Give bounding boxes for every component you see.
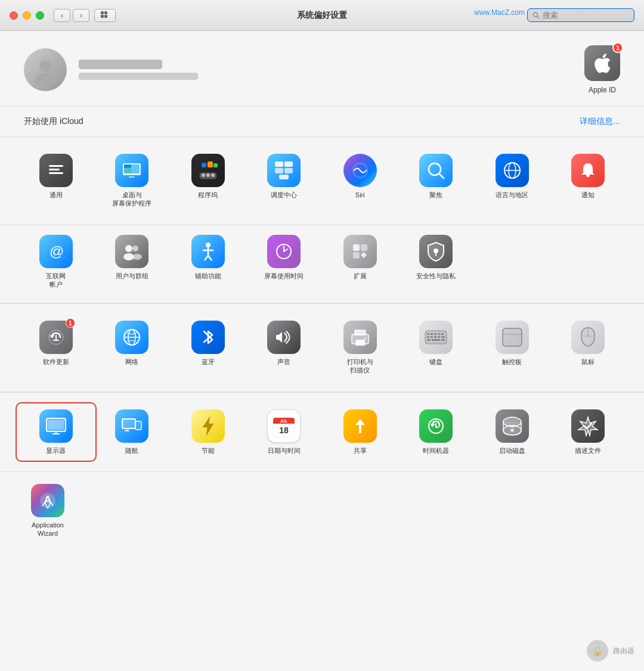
general-icon — [47, 161, 66, 180]
pref-spotlight[interactable]: 聚焦 — [398, 149, 475, 213]
security-icon-img — [419, 235, 453, 268]
dock-icon — [197, 160, 219, 181]
trackpad-label: 触控板 — [502, 358, 522, 366]
pref-desktop[interactable]: 桌面与屏幕保护程序 — [94, 149, 171, 213]
displays-icon — [45, 417, 67, 435]
pref-date-time[interactable]: JUL 18 日期与时间 — [246, 405, 323, 459]
energy-icon-img — [191, 409, 225, 443]
pref-language[interactable]: 语言与地区 — [474, 149, 550, 213]
dock-icon-img — [191, 154, 225, 187]
apple-id-section[interactable]: 1 Apple ID — [584, 45, 620, 94]
pref-users-groups[interactable]: 用户与群组 — [94, 230, 171, 294]
pref-keyboard[interactable]: 键盘 — [398, 316, 475, 380]
svg-rect-58 — [276, 335, 278, 340]
notifications-icon — [578, 161, 597, 180]
pref-energy[interactable]: 节能 — [170, 405, 246, 459]
sound-label: 声音 — [277, 358, 290, 366]
network-icon-img — [115, 321, 148, 354]
pref-displays[interactable]: 显示器 — [18, 405, 94, 459]
back-button[interactable]: ‹ — [54, 9, 70, 22]
profiles-label: 描述文件 — [575, 446, 601, 455]
svg-rect-48 — [361, 244, 367, 251]
svg-rect-72 — [438, 336, 440, 338]
time-machine-icon-img — [419, 409, 453, 443]
pref-trackpad[interactable]: 触控板 — [474, 316, 550, 380]
pref-bluetooth[interactable]: 蓝牙 — [170, 316, 246, 380]
pref-startup-disk[interactable]: 启动磁盘 — [474, 405, 550, 459]
svg-rect-85 — [122, 419, 135, 428]
search-input[interactable] — [543, 11, 629, 20]
svg-line-5 — [537, 16, 539, 18]
svg-point-37 — [132, 246, 138, 251]
svg-rect-27 — [279, 175, 289, 179]
pref-time-machine[interactable]: 时间机器 — [398, 405, 475, 459]
titlebar: ‹ › 系统偏好设置 www.MacZ.com — [0, 0, 644, 31]
svg-rect-67 — [438, 333, 440, 335]
close-button[interactable] — [10, 11, 18, 20]
pref-software-update[interactable]: 1 软件更新 — [18, 316, 94, 380]
svg-point-35 — [125, 245, 132, 252]
fullscreen-button[interactable] — [36, 11, 44, 20]
accessibility-icon-img — [191, 235, 225, 268]
pref-extensions[interactable]: 扩展 — [322, 230, 398, 294]
window-title: 系统偏好设置 — [297, 10, 347, 21]
svg-rect-9 — [49, 169, 60, 170]
svg-point-22 — [211, 173, 215, 177]
pref-printers[interactable]: 打印机与扫描仪 — [322, 316, 398, 380]
pref-notifications[interactable]: 通知 — [550, 149, 627, 213]
icloud-link[interactable]: 详细信息... — [580, 116, 620, 127]
watermark-top: www.MacZ.com — [474, 8, 525, 17]
network-icon — [122, 327, 142, 347]
desktop-icon-img — [115, 154, 148, 187]
users-groups-label: 用户与群组 — [116, 272, 148, 280]
sound-icon — [274, 327, 294, 347]
pref-sharing[interactable]: 共享 — [322, 405, 398, 459]
search-box[interactable] — [527, 8, 634, 22]
svg-line-30 — [439, 173, 444, 178]
grid-view-button[interactable] — [94, 9, 116, 22]
pref-sidecar[interactable]: 随航 — [94, 405, 171, 459]
svg-rect-49 — [353, 252, 360, 259]
pref-screen-time[interactable]: 屏幕使用时间 — [246, 230, 323, 294]
pref-internet-accounts[interactable]: @ 互联网帐户 — [18, 230, 94, 294]
app-wizard-item[interactable]: A ApplicationWizard — [24, 484, 72, 538]
pref-security[interactable]: 安全性与隐私 — [398, 230, 475, 294]
traffic-lights — [10, 11, 44, 20]
svg-rect-74 — [427, 339, 431, 341]
date-time-icon-img: JUL 18 — [267, 409, 301, 443]
pref-network[interactable]: 网络 — [94, 316, 171, 380]
displays-label: 显示器 — [46, 446, 66, 455]
pref-dock[interactable]: 程序坞 — [170, 149, 246, 213]
internet-accounts-label: 互联网帐户 — [46, 272, 66, 289]
trackpad-icon — [501, 327, 523, 347]
avatar[interactable] — [24, 48, 67, 91]
svg-line-43 — [208, 256, 212, 260]
icloud-text: 开始使用 iCloud — [24, 116, 83, 127]
svg-point-20 — [202, 173, 205, 177]
sidecar-icon — [121, 417, 143, 436]
apple-id-label: Apple ID — [589, 86, 616, 94]
pref-general[interactable]: 通用 — [18, 149, 94, 213]
pref-mouse[interactable]: 鼠标 — [550, 316, 627, 380]
icon-grid-row2: @ 互联网帐户 — [18, 230, 626, 294]
svg-rect-64 — [427, 333, 429, 335]
svg-rect-60 — [354, 330, 366, 336]
siri-label: Siri — [355, 191, 365, 199]
section-row2: @ 互联网帐户 — [0, 225, 644, 304]
svg-rect-65 — [431, 333, 433, 335]
pref-profiles[interactable]: 描述文件 — [550, 405, 627, 459]
watermark-bottom-label: 路由器 — [613, 646, 634, 656]
minimize-button[interactable] — [23, 11, 31, 20]
accessibility-icon — [198, 241, 218, 262]
pref-sound[interactable]: 声音 — [246, 316, 323, 380]
svg-rect-73 — [441, 336, 445, 338]
pref-siri[interactable]: Siri — [322, 149, 398, 213]
pref-mission-control[interactable]: 调度中心 — [246, 149, 323, 213]
internet-accounts-icon-img: @ — [39, 235, 73, 268]
spotlight-icon-img — [419, 154, 453, 187]
sidecar-icon-img — [115, 409, 148, 443]
svg-rect-47 — [353, 244, 360, 251]
pref-accessibility[interactable]: 辅助功能 — [170, 230, 246, 294]
forward-button[interactable]: › — [73, 9, 89, 22]
software-update-badge: 1 — [66, 318, 75, 328]
